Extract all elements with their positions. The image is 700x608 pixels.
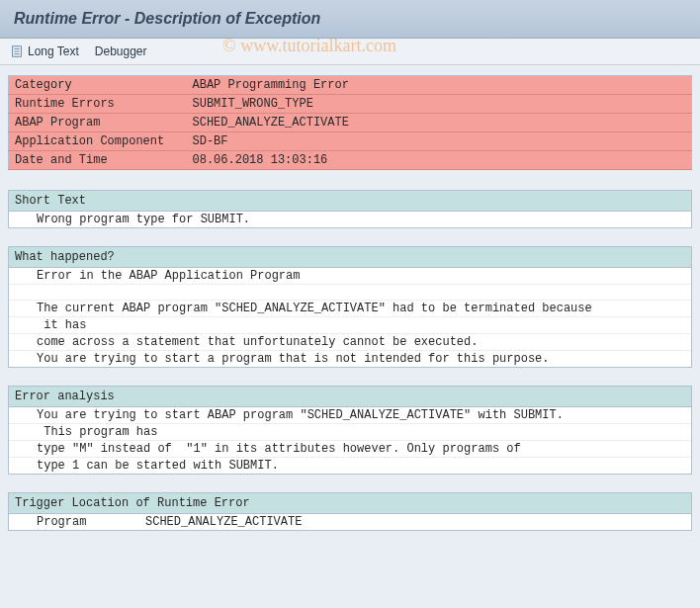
- error-info-table: Category ABAP Programming Error Runtime …: [8, 75, 692, 170]
- error-analysis-body: You are trying to start ABAP program "SC…: [9, 407, 691, 474]
- text-line: come across a statement that unfortunate…: [9, 334, 691, 351]
- trigger-location-header: Trigger Location of Runtime Error: [9, 493, 691, 514]
- text-line: it has: [9, 317, 691, 334]
- document-icon: [10, 44, 24, 58]
- table-row: ABAP Program SCHED_ANALYZE_ACTIVATE: [9, 114, 692, 132]
- runtime-errors-label: Runtime Errors: [9, 95, 187, 114]
- toolbar: Long Text Debugger: [0, 39, 700, 65]
- text-line: You are trying to start ABAP program "SC…: [9, 407, 691, 424]
- debugger-label: Debugger: [95, 44, 147, 58]
- table-row: Runtime Errors SUBMIT_WRONG_TYPE: [9, 95, 692, 114]
- category-label: Category: [9, 76, 187, 95]
- category-value: ABAP Programming Error: [187, 76, 692, 95]
- long-text-label: Long Text: [28, 44, 79, 58]
- what-happened-header: What happened?: [9, 247, 691, 268]
- text-line: Error in the ABAP Application Program: [9, 268, 691, 285]
- app-component-value: SD-BF: [187, 132, 692, 151]
- short-text-body: Wrong program type for SUBMIT.: [9, 212, 691, 227]
- long-text-button[interactable]: Long Text: [10, 44, 79, 58]
- what-happened-section: What happened? Error in the ABAP Applica…: [8, 246, 692, 368]
- error-analysis-section: Error analysis You are trying to start A…: [8, 386, 692, 475]
- text-line: Wrong program type for SUBMIT.: [9, 212, 691, 227]
- page-title: Runtime Error - Description of Exception: [14, 10, 686, 28]
- title-bar: Runtime Error - Description of Exception: [0, 0, 700, 39]
- text-line: You are trying to start a program that i…: [9, 351, 691, 367]
- short-text-section: Short Text Wrong program type for SUBMIT…: [8, 190, 692, 228]
- table-row: Date and Time 08.06.2018 13:03:16: [9, 151, 692, 170]
- text-line: type 1 can be started with SUBMIT.: [9, 458, 691, 474]
- trigger-location-body: ProgramSCHED_ANALYZE_ACTIVATE: [9, 514, 691, 530]
- text-line: type "M" instead of "1" in its attribute…: [9, 441, 691, 458]
- trigger-program-label: Program: [37, 515, 145, 529]
- abap-program-label: ABAP Program: [9, 114, 187, 132]
- table-row: Category ABAP Programming Error: [9, 76, 692, 95]
- trigger-program-value: SCHED_ANALYZE_ACTIVATE: [145, 515, 302, 529]
- abap-program-value: SCHED_ANALYZE_ACTIVATE: [187, 114, 692, 132]
- text-line: This program has: [9, 424, 691, 441]
- app-component-label: Application Component: [9, 132, 187, 151]
- text-line: [9, 285, 691, 301]
- table-row: Application Component SD-BF: [9, 132, 692, 151]
- short-text-header: Short Text: [9, 191, 691, 212]
- what-happened-body: Error in the ABAP Application Program Th…: [9, 268, 691, 367]
- text-line: The current ABAP program "SCHED_ANALYZE_…: [9, 301, 691, 317]
- date-time-label: Date and Time: [9, 151, 187, 170]
- trigger-location-section: Trigger Location of Runtime Error Progra…: [8, 492, 692, 531]
- runtime-errors-value: SUBMIT_WRONG_TYPE: [187, 95, 692, 114]
- error-analysis-header: Error analysis: [9, 387, 691, 407]
- date-time-value: 08.06.2018 13:03:16: [187, 151, 692, 170]
- debugger-button[interactable]: Debugger: [95, 44, 147, 58]
- content-area: Category ABAP Programming Error Runtime …: [0, 65, 700, 559]
- text-line: ProgramSCHED_ANALYZE_ACTIVATE: [9, 514, 691, 530]
